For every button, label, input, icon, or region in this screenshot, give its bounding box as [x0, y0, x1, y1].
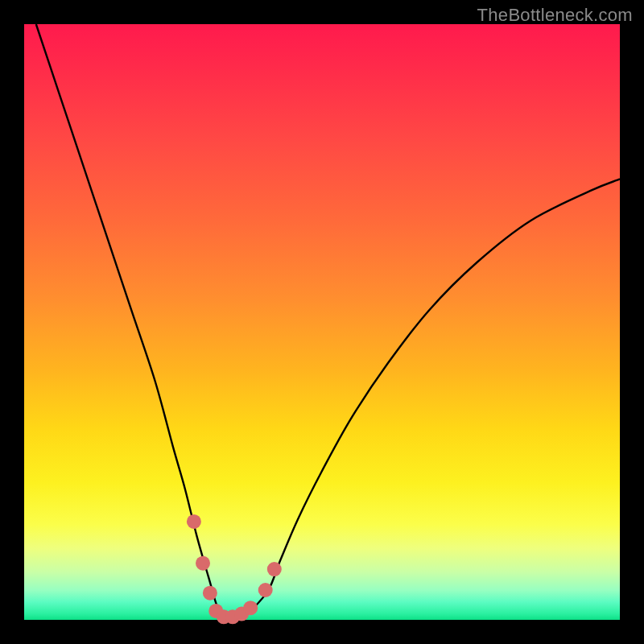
highlight-dot: [258, 583, 273, 597]
watermark-text: TheBottleneck.com: [477, 5, 633, 26]
highlight-dot: [187, 514, 201, 529]
highlight-dots-group: [187, 514, 282, 624]
highlight-dot: [203, 586, 217, 601]
highlight-dot: [243, 601, 258, 615]
bottleneck-chart: [24, 24, 620, 620]
bottleneck-curve-line: [36, 24, 620, 621]
highlight-dot: [196, 556, 210, 571]
highlight-dot: [267, 562, 282, 576]
